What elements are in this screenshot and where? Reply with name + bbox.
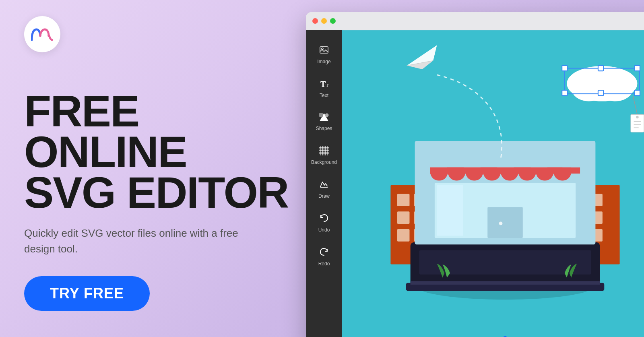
undo-label: Undo — [318, 227, 330, 233]
svg-point-6 — [325, 114, 329, 117]
toolbar-text[interactable]: T T Text — [306, 72, 342, 105]
draw-icon — [319, 180, 329, 191]
headline-line1: FREE ONLINE — [24, 91, 298, 172]
logo-icon — [31, 27, 54, 41]
headline: FREE ONLINE SVG EDITOR — [24, 91, 298, 213]
svg-rect-48 — [437, 185, 463, 236]
headline-line2: SVG EDITOR — [24, 172, 298, 213]
svg-point-57 — [597, 73, 634, 101]
browser-dot-red — [312, 18, 318, 24]
svg-rect-22 — [397, 194, 410, 206]
left-section: FREE ONLINE SVG EDITOR Quickly edit SVG … — [24, 0, 298, 337]
svg-rect-49 — [487, 207, 523, 238]
svg-text:T: T — [320, 80, 326, 89]
svg-text:T: T — [326, 82, 329, 88]
svg-point-67 — [636, 116, 639, 119]
svg-rect-36 — [411, 281, 600, 285]
svg-rect-51 — [419, 250, 591, 275]
image-icon — [319, 45, 329, 56]
svg-rect-24 — [397, 211, 410, 224]
svg-rect-5 — [319, 113, 323, 117]
editor-canvas — [342, 30, 644, 337]
subtitle: Quickly edit SVG vector files online wit… — [24, 225, 242, 257]
svg-rect-64 — [598, 90, 603, 95]
redo-icon — [319, 247, 329, 258]
redo-label: Redo — [318, 261, 330, 267]
undo-icon — [319, 213, 329, 225]
svg-rect-63 — [598, 66, 603, 71]
toolbar-draw[interactable]: Draw — [306, 172, 342, 206]
svg-rect-26 — [397, 229, 410, 242]
browser-dot-green — [330, 18, 336, 24]
svg-rect-60 — [635, 66, 640, 71]
draw-label: Draw — [318, 193, 330, 199]
shapes-label: Shapes — [316, 126, 332, 131]
browser-content: Image T T Text — [306, 30, 644, 337]
text-label: Text — [320, 93, 328, 98]
toolbar-background[interactable]: Background — [306, 139, 342, 172]
background-label: Background — [311, 159, 337, 165]
toolbar-image[interactable]: Image — [306, 38, 342, 72]
logo-circle — [24, 16, 60, 52]
try-free-button[interactable]: TRY FREE — [24, 276, 150, 311]
svg-rect-61 — [562, 90, 567, 95]
right-section: Image T T Text — [298, 0, 644, 337]
svg-point-50 — [499, 221, 503, 225]
shapes-icon — [319, 113, 329, 123]
toolbar-shapes[interactable]: Shapes — [306, 105, 342, 139]
toolbar-redo[interactable]: Redo — [306, 240, 342, 274]
editor-toolbar: Image T T Text — [306, 30, 342, 337]
text-icon: T T — [319, 79, 329, 90]
background-icon — [319, 146, 329, 157]
browser-window: Image T T Text — [306, 12, 644, 337]
browser-dot-yellow — [321, 18, 327, 24]
svg-rect-59 — [562, 66, 567, 71]
image-label: Image — [317, 59, 330, 64]
toolbar-undo[interactable]: Undo — [306, 206, 342, 240]
logo-container — [24, 16, 60, 52]
svg-rect-62 — [635, 90, 640, 95]
canvas-svg — [342, 30, 644, 337]
browser-titlebar — [306, 12, 644, 30]
